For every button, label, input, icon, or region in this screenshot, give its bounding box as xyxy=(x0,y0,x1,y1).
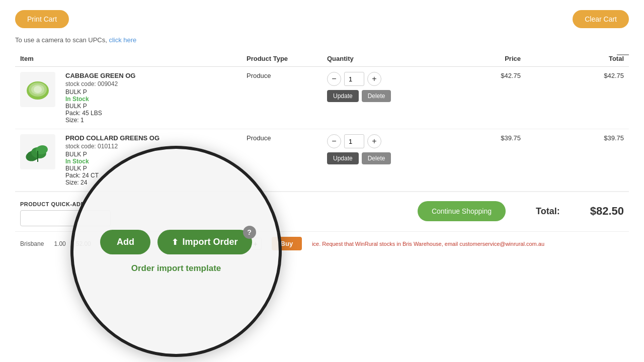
item-detail-cell: CABBAGE GREEN OG stock code: 009042 BULK… xyxy=(60,67,242,129)
item-details: BULK P Pack: 45 LBS Size: 1 xyxy=(65,103,236,124)
col-quantity: Quantity xyxy=(322,51,423,67)
item-image-cell xyxy=(15,129,60,192)
svg-point-3 xyxy=(34,86,42,93)
item-image xyxy=(20,134,55,169)
import-btn-wrapper: ⬆ Import Order ? xyxy=(157,230,252,254)
qty-input[interactable] xyxy=(344,72,364,86)
item-status: In Stock xyxy=(65,96,236,103)
col-item-detail xyxy=(60,51,242,67)
qty-control: − + xyxy=(327,72,418,86)
item-stock-code: stock code: 009042 xyxy=(65,80,236,87)
item-detail-line: BULK P xyxy=(65,103,236,110)
total-cell: $39.75 xyxy=(526,129,629,192)
action-buttons: Update Delete xyxy=(327,152,418,164)
col-total: Total xyxy=(526,51,629,67)
qty-increase-button[interactable]: + xyxy=(367,134,381,148)
price-cell: $42.75 xyxy=(423,67,526,129)
top-right-dash xyxy=(617,54,629,55)
total-area: Continue Shopping Total: $82.50 xyxy=(418,201,624,221)
qty-increase-button[interactable]: + xyxy=(367,72,381,86)
qty-input[interactable] xyxy=(344,134,364,148)
import-order-label: Import Order xyxy=(182,237,237,247)
magnifier-buttons: Add ⬆ Import Order ? xyxy=(100,230,252,254)
product-type: Produce xyxy=(247,134,271,142)
cabbage-svg xyxy=(23,74,53,105)
update-button[interactable]: Update xyxy=(327,90,359,102)
item-detail-line: Size: 1 xyxy=(65,117,236,124)
qty-decrease-button[interactable]: − xyxy=(327,72,341,86)
col-price: Price xyxy=(423,51,526,67)
item-detail-line: Pack: 45 LBS xyxy=(65,110,236,117)
scan-text: To use a camera to scan UPCs, click here xyxy=(15,36,629,44)
scan-link[interactable]: click here xyxy=(109,36,136,44)
top-bar: Print Cart Clear Cart xyxy=(15,10,629,28)
qty-decrease-button[interactable]: − xyxy=(327,134,341,148)
item-bulk: BULK P xyxy=(65,88,236,96)
price-cell: $39.75 xyxy=(423,129,526,192)
col-item: Item xyxy=(15,51,60,67)
delete-button[interactable]: Delete xyxy=(362,90,391,102)
update-button[interactable]: Update xyxy=(327,152,359,164)
item-image xyxy=(20,72,55,107)
continue-shopping-button[interactable]: Continue Shopping xyxy=(418,201,506,221)
total-cell: $42.75 xyxy=(526,67,629,129)
magnifier-overlay: Add ⬆ Import Order ? Order import templa… xyxy=(70,146,282,357)
collard-svg xyxy=(23,137,53,167)
add-button[interactable]: Add xyxy=(100,230,150,254)
product-type-cell: Produce xyxy=(242,67,322,129)
item-name: CABBAGE GREEN OG xyxy=(65,72,236,79)
action-buttons: Update Delete xyxy=(327,90,418,102)
quantity-cell: − + Update Delete xyxy=(322,129,423,192)
table-row: CABBAGE GREEN OG stock code: 009042 BULK… xyxy=(15,67,629,129)
order-import-template[interactable]: Order import template xyxy=(131,263,221,274)
product-type: Produce xyxy=(247,72,271,79)
page-wrapper: Print Cart Clear Cart To use a camera to… xyxy=(0,0,644,362)
location: Brisbane xyxy=(20,240,44,247)
total-amount: $82.50 xyxy=(590,205,624,218)
qty-row-1: 1.00 xyxy=(54,240,65,247)
delete-button[interactable]: Delete xyxy=(362,152,391,164)
print-cart-button[interactable]: Print Cart xyxy=(15,10,69,28)
qty-control: − + xyxy=(327,134,418,148)
clear-cart-button[interactable]: Clear Cart xyxy=(573,10,629,28)
warning-text: ice. Request that WinRural stocks in Bri… xyxy=(312,241,544,247)
quantity-cell: − + Update Delete xyxy=(322,67,423,129)
help-icon[interactable]: ? xyxy=(243,226,256,239)
item-image-cell xyxy=(15,67,60,129)
item-name: PROD COLLARD GREENS OG xyxy=(65,134,236,142)
import-order-button[interactable]: ⬆ Import Order xyxy=(157,230,252,254)
col-product-type: Product Type xyxy=(242,51,322,67)
total-label: Total: xyxy=(536,206,560,217)
upload-icon: ⬆ xyxy=(172,237,178,247)
